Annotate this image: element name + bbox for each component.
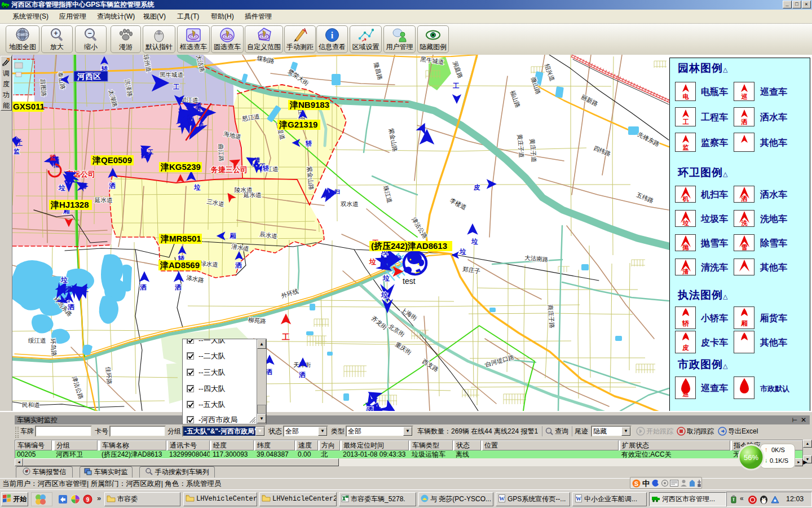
svg-text:GXS011: GXS011 (13, 102, 45, 111)
svg-text:垃: 垃 (193, 184, 201, 191)
svg-text:清: 清 (682, 268, 689, 275)
svg-text:民和道: 民和道 (22, 401, 40, 408)
svg-text:垃: 垃 (382, 274, 390, 282)
svg-text:电: 电 (682, 93, 689, 100)
svg-text:河西区: 河西区 (77, 72, 101, 81)
svg-text:垃: 垃 (682, 220, 689, 226)
svg-text:津G21319: 津G21319 (279, 120, 317, 129)
svg-text:洒: 洒 (740, 119, 747, 125)
svg-text:绥江道: 绥江道 (28, 337, 46, 344)
svg-text:雪: 雪 (741, 244, 747, 251)
svg-text:延水道: 延水道 (243, 191, 262, 198)
svg-text:垃: 垃 (58, 184, 65, 192)
svg-text:延水道: 延水道 (94, 196, 113, 203)
svg-text:垃: 垃 (381, 291, 388, 299)
svg-text:S: S (634, 480, 638, 487)
svg-text:垃: 垃 (13, 137, 20, 143)
svg-text:津NB9183: 津NB9183 (289, 100, 329, 110)
svg-text:洒: 洒 (299, 371, 306, 378)
svg-text:test: test (403, 277, 416, 286)
svg-text:洒: 洒 (140, 284, 147, 291)
svg-text:扫: 扫 (80, 183, 86, 190)
svg-text:机: 机 (682, 195, 689, 202)
svg-text:巡: 巡 (740, 93, 748, 100)
svg-text:洒: 洒 (366, 406, 373, 411)
svg-text:津QE0509: 津QE0509 (92, 155, 132, 165)
svg-text:洒: 洒 (740, 195, 747, 202)
svg-text:厢: 厢 (229, 233, 236, 239)
svg-text:i: i (331, 30, 334, 40)
svg-text:津MR8501: 津MR8501 (160, 234, 201, 243)
svg-text:洒: 洒 (175, 284, 182, 291)
svg-text:−: − (87, 29, 91, 37)
svg-text:56%: 56% (744, 453, 758, 462)
svg-text:扫: 扫 (64, 297, 70, 303)
svg-text:厢: 厢 (740, 319, 748, 327)
svg-text:垃: 垃 (471, 238, 478, 245)
svg-text:洒: 洒 (67, 303, 74, 311)
svg-text:洗: 洗 (740, 220, 748, 226)
svg-text:轿: 轿 (682, 319, 689, 327)
svg-text:抛: 抛 (682, 244, 689, 251)
svg-text:垃: 垃 (369, 258, 376, 266)
svg-text:务捷三公司: 务捷三公司 (210, 165, 248, 174)
svg-text:垃: 垃 (459, 248, 466, 255)
svg-text:监: 监 (682, 144, 689, 151)
svg-text:清: 清 (65, 286, 71, 292)
svg-text:(挤压242)津AD8613: (挤压242)津AD8613 (371, 241, 447, 251)
svg-text:W: W (576, 496, 581, 502)
svg-text:皮: 皮 (473, 184, 480, 191)
svg-text:洒: 洒 (109, 182, 116, 189)
svg-text:机: 机 (198, 122, 205, 129)
svg-text:W: W (499, 496, 505, 502)
svg-text:垃: 垃 (60, 276, 68, 284)
svg-text:巡: 巡 (682, 391, 690, 397)
svg-text:轿: 轿 (262, 165, 270, 172)
svg-text:机: 机 (323, 192, 329, 198)
svg-text:洒: 洒 (235, 262, 242, 269)
svg-text:黑牛城道: 黑牛城道 (160, 71, 184, 78)
svg-text:津KG5239: 津KG5239 (160, 162, 201, 172)
svg-text:轿: 轿 (305, 140, 312, 147)
svg-text:曲江路: 曲江路 (218, 144, 225, 162)
svg-text:工: 工 (173, 84, 180, 90)
svg-text:+: + (54, 29, 58, 37)
svg-text:津AD8569: 津AD8569 (160, 260, 200, 270)
svg-text:工: 工 (82, 287, 89, 293)
svg-text:皮: 皮 (682, 344, 689, 352)
svg-text:工: 工 (452, 82, 460, 89)
svg-text:监: 监 (50, 154, 56, 161)
svg-text:工: 工 (682, 119, 689, 125)
svg-text:工: 工 (281, 332, 290, 341)
svg-text:双水道: 双水道 (341, 200, 359, 207)
svg-text:9: 9 (86, 497, 90, 503)
svg-text:津HJ1328: 津HJ1328 (50, 200, 89, 209)
svg-text:监: 监 (14, 148, 20, 155)
